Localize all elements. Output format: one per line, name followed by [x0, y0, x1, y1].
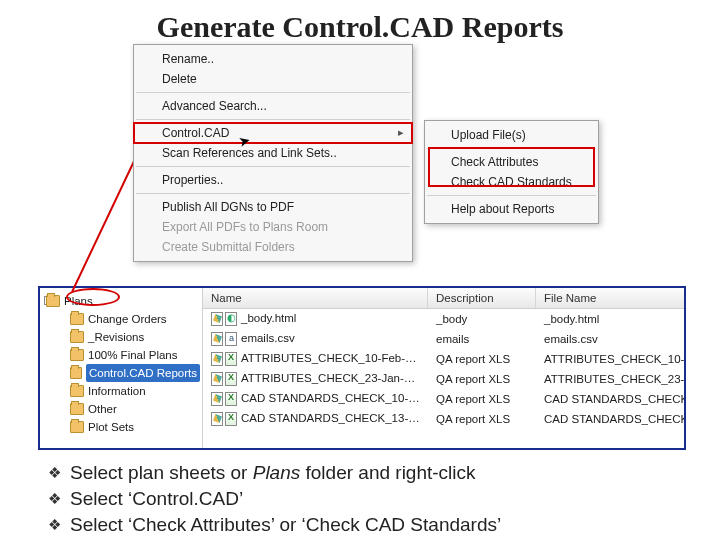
file-description: QA report XLS: [428, 352, 536, 366]
xl-icon: [225, 412, 237, 426]
col-header-filename[interactable]: File Name: [536, 288, 686, 308]
pencil-icon: [211, 332, 223, 346]
folder-tree: − Plans Change Orders_Revisions100% Fina…: [40, 288, 203, 448]
bullet-text: Select plan sheets or: [70, 462, 253, 483]
file-name: CAD STANDARDS_CHECK_10-Feb-2..: [241, 392, 428, 404]
menu-export-pdfs: Export All PDFs to Plans Room: [134, 217, 412, 237]
menu-advanced-search[interactable]: Advanced Search...: [134, 96, 412, 116]
menu-create-submittal: Create Submittal Folders: [134, 237, 412, 257]
tree-label: Plot Sets: [88, 418, 134, 436]
pencil-icon: [211, 352, 223, 366]
file-description: QA report XLS: [428, 372, 536, 386]
tree-item[interactable]: Other: [42, 400, 200, 418]
xl-icon: [225, 372, 237, 386]
file-grid: Name Description File Name _body.html_bo…: [203, 288, 686, 448]
file-filename: ATTRIBUTES_CHECK_23-Jan-..: [536, 372, 686, 386]
instruction-bullets: Select plan sheets or Plans folder and r…: [48, 460, 668, 538]
folder-icon: [70, 367, 82, 379]
file-name: _body.html: [241, 312, 296, 324]
csv-icon: [225, 332, 237, 346]
table-row[interactable]: CAD STANDARDS_CHECK_13-Sep-..QA report X…: [203, 409, 686, 429]
file-description: QA report XLS: [428, 392, 536, 406]
menu-delete[interactable]: Delete: [134, 69, 412, 89]
tree-item[interactable]: Information: [42, 382, 200, 400]
folder-icon: [46, 295, 60, 307]
file-name: ATTRIBUTES_CHECK_10-Feb-2012_a..: [241, 352, 428, 364]
file-filename: CAD STANDARDS_CHECK_13..: [536, 412, 686, 426]
menu-separator: [136, 119, 410, 120]
menu-controlcad[interactable]: Control.CAD: [134, 123, 412, 143]
tree-label: Other: [88, 400, 117, 418]
file-name: emails.csv: [241, 332, 295, 344]
table-row[interactable]: CAD STANDARDS_CHECK_10-Feb-2..QA report …: [203, 389, 686, 409]
pencil-icon: [211, 392, 223, 406]
menu-separator: [136, 193, 410, 194]
bullet-1: Select plan sheets or Plans folder and r…: [48, 460, 668, 486]
file-filename: emails.csv: [536, 332, 686, 346]
folder-icon: [70, 331, 84, 343]
col-header-description[interactable]: Description: [428, 288, 536, 308]
table-row[interactable]: _body.html_body_body.html: [203, 309, 686, 329]
menu-separator: [427, 195, 596, 196]
file-name: ATTRIBUTES_CHECK_23-Jan-2012_a..: [241, 372, 428, 384]
tree-item[interactable]: Change Orders: [42, 310, 200, 328]
pencil-icon: [211, 412, 223, 426]
bullet-3: Select ‘Check Attributes’ or ‘Check CAD …: [48, 512, 668, 538]
tree-label: 100% Final Plans: [88, 346, 178, 364]
tree-label: Control.CAD Reports: [86, 364, 200, 382]
file-explorer: − Plans Change Orders_Revisions100% Fina…: [38, 286, 686, 450]
file-description: QA report XLS: [428, 412, 536, 426]
tree-label: _Revisions: [88, 328, 144, 346]
submenu-check-attributes[interactable]: Check Attributes: [425, 152, 598, 172]
menu-separator: [427, 148, 596, 149]
controlcad-submenu: Upload File(s) Check Attributes Check CA…: [424, 120, 599, 224]
table-row[interactable]: ATTRIBUTES_CHECK_23-Jan-2012_a..QA repor…: [203, 369, 686, 389]
tree-label: Information: [88, 382, 146, 400]
file-description: _body: [428, 312, 536, 326]
folder-icon: [70, 403, 84, 415]
tree-item[interactable]: Plot Sets: [42, 418, 200, 436]
file-filename: ATTRIBUTES_CHECK_10-Feb-..: [536, 352, 686, 366]
file-filename: CAD STANDARDS_CHECK_10..: [536, 392, 686, 406]
grid-header: Name Description File Name: [203, 288, 686, 309]
folder-icon: [70, 313, 84, 325]
col-header-name[interactable]: Name: [203, 288, 428, 308]
tree-root-plans[interactable]: − Plans: [42, 292, 200, 310]
menu-separator: [136, 92, 410, 93]
menu-properties[interactable]: Properties..: [134, 170, 412, 190]
file-name: CAD STANDARDS_CHECK_13-Sep-..: [241, 412, 428, 424]
folder-icon: [70, 349, 84, 361]
menu-rename[interactable]: Rename..: [134, 49, 412, 69]
menu-scan-references[interactable]: Scan References and Link Sets..: [134, 143, 412, 163]
pencil-icon: [211, 312, 223, 326]
bullet-2: Select ‘Control.CAD’: [48, 486, 668, 512]
tree-item[interactable]: 100% Final Plans: [42, 346, 200, 364]
submenu-upload-files[interactable]: Upload File(s): [425, 125, 598, 145]
xl-icon: [225, 392, 237, 406]
context-menu: Rename.. Delete Advanced Search... Contr…: [133, 44, 413, 262]
menu-publish-dgn[interactable]: Publish All DGNs to PDF: [134, 197, 412, 217]
tree-label: Plans: [64, 292, 93, 310]
bullet-emphasis: Plans: [253, 462, 301, 483]
file-description: emails: [428, 332, 536, 346]
submenu-check-cad-standards[interactable]: Check CAD Standards: [425, 172, 598, 192]
tree-item[interactable]: _Revisions: [42, 328, 200, 346]
xl-icon: [225, 352, 237, 366]
submenu-help[interactable]: Help about Reports: [425, 199, 598, 219]
html-icon: [225, 312, 237, 326]
table-row[interactable]: ATTRIBUTES_CHECK_10-Feb-2012_a..QA repor…: [203, 349, 686, 369]
pencil-icon: [211, 372, 223, 386]
tree-item[interactable]: Control.CAD Reports: [42, 364, 200, 382]
tree-label: Change Orders: [88, 310, 167, 328]
bullet-text: folder and right-click: [300, 462, 475, 483]
file-filename: _body.html: [536, 312, 686, 326]
folder-icon: [70, 385, 84, 397]
menu-separator: [136, 166, 410, 167]
table-row[interactable]: emails.csvemailsemails.csv: [203, 329, 686, 349]
folder-icon: [70, 421, 84, 433]
page-title: Generate Control.CAD Reports: [0, 10, 720, 44]
